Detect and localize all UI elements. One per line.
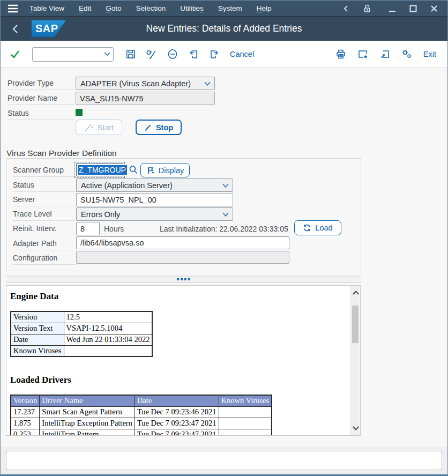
title-bar: SAP New Entries: Details of Added Entrie… (1, 17, 447, 41)
provider-name-field[interactable]: VSA_SU15-NW75 (76, 92, 215, 105)
engine-data-title: Engine Data (10, 291, 347, 302)
section-title: Virus Scan Provider Definition (6, 148, 117, 158)
menu-bar: Table View Edit Goto Selection Utilities… (1, 1, 447, 17)
trace-level-select[interactable]: Errors Only (76, 207, 233, 221)
cancel-button[interactable]: Cancel (228, 50, 256, 58)
server-label: Server (13, 193, 76, 206)
refresh-icon (303, 224, 311, 232)
enter-check-icon[interactable] (8, 47, 22, 61)
application-toolbar: Cancel Exit (1, 41, 447, 68)
exit-button[interactable]: Exit (422, 50, 438, 58)
table-header-row: Version Driver Name Date Known Viruses (11, 395, 272, 406)
display-change-icon[interactable] (145, 47, 159, 61)
close-icon[interactable] (428, 3, 440, 14)
status-label: Status (8, 107, 74, 120)
status-bar (1, 447, 447, 474)
vertical-scrollbar[interactable] (350, 286, 360, 435)
menu-help[interactable]: Help (257, 4, 272, 12)
table-row: Version12.5 (11, 311, 152, 323)
table-row: 17.237Smart Scan Agent PatternTue Dec 7 … (11, 406, 272, 418)
sap-gui-window: Table View Edit Goto Selection Utilities… (0, 0, 448, 476)
back-chevron-icon[interactable] (9, 23, 22, 35)
trace-level-label: Trace Level (13, 207, 76, 221)
shortcut-icon[interactable] (378, 47, 392, 61)
table-row: 1.875IntelliTrap Exception PatternTue De… (11, 418, 272, 429)
print-icon[interactable] (334, 47, 348, 61)
engine-data-table: Version12.5 Version TextVSAPI-12.5.1004 … (10, 311, 153, 357)
hamburger-menu-icon[interactable] (6, 3, 20, 14)
scrollbar-up-icon[interactable] (351, 287, 360, 298)
scanner-group-label: Scanner Group (13, 163, 76, 177)
loaded-drivers-table: Version Driver Name Date Known Viruses 1… (10, 395, 272, 436)
status-green-indicator (76, 109, 83, 116)
table-row: Known Viruses (11, 345, 152, 356)
stop-pencil-icon (144, 123, 152, 131)
provider-name-label: Provider Name (8, 92, 74, 105)
back-page-icon[interactable] (186, 47, 200, 61)
minimize-icon[interactable] (386, 3, 398, 14)
main-content: Provider Type ADAPTER (Virus Scan Adapte… (1, 68, 447, 447)
collapse-chevron-icon[interactable] (340, 3, 352, 14)
configuration-label: Configuration (13, 251, 76, 265)
table-row: DateWed Jun 22 01:33:04 2022 (11, 334, 152, 345)
definition-groupbox: Scanner Group Z_TMGROUP Display Status A… (6, 158, 361, 271)
reinit-unit-label: Hours (104, 222, 124, 235)
session-lock-icon[interactable] (361, 3, 373, 14)
start-wand-icon (84, 123, 94, 132)
start-button[interactable]: Start (76, 120, 122, 135)
maximize-icon[interactable] (407, 3, 419, 14)
exit-page-icon[interactable] (207, 47, 221, 61)
scrollbar-down-icon[interactable] (351, 423, 360, 434)
chevron-down-icon (204, 80, 211, 87)
table-row: 0.253IntelliTrap PatternTue Dec 7 09:23:… (11, 429, 272, 436)
search-help-icon[interactable] (128, 164, 139, 176)
menu-selection[interactable]: Selection (136, 4, 166, 12)
splitter-handle[interactable] (6, 276, 361, 283)
table-row: Version TextVSAPI-12.5.1004 (11, 323, 152, 334)
scanner-group-field[interactable]: Z_TMGROUP (76, 163, 123, 176)
menu-items: Table View Edit Goto Selection Utilities… (29, 4, 271, 12)
new-session-icon[interactable] (356, 47, 370, 61)
configuration-field[interactable] (76, 251, 289, 264)
chevron-down-icon (222, 211, 229, 218)
reinit-interval-field[interactable]: 8 (76, 222, 100, 235)
scrollbar-thumb[interactable] (352, 306, 359, 343)
page-title: New Entries: Details of Added Entries (1, 23, 447, 34)
command-input[interactable] (33, 48, 101, 61)
command-chevron-down-icon[interactable] (101, 52, 113, 56)
menu-system[interactable]: System (218, 4, 242, 12)
minus-circle-icon[interactable] (166, 47, 180, 61)
definition-status-label: Status (13, 178, 76, 192)
reinit-interval-label: Reinit. Interv. (13, 222, 76, 235)
sap-logo: SAP (32, 20, 66, 37)
menu-goto[interactable]: Goto (106, 4, 121, 12)
load-button[interactable]: Load (294, 220, 341, 235)
menu-utilities[interactable]: Utilities (180, 4, 204, 12)
provider-type-label: Provider Type (8, 77, 74, 90)
adapter-path-label: Adapter Path (13, 237, 76, 250)
display-object-icon (146, 166, 155, 175)
menu-table-view[interactable]: Table View (29, 4, 64, 12)
loaded-drivers-title: Loaded Drivers (10, 375, 347, 385)
engine-info-panel: Engine Data Version12.5 Version TextVSAP… (6, 285, 361, 436)
definition-status-select[interactable]: Active (Application Server) (76, 178, 233, 192)
stop-button[interactable]: Stop (136, 120, 182, 135)
provider-type-select[interactable]: ADAPTER (Virus Scan Adapter) (76, 77, 215, 90)
settings-gears-icon[interactable] (400, 47, 414, 61)
adapter-path-field[interactable]: /lib64/libsapvsa.so (76, 236, 289, 249)
menu-edit[interactable]: Edit (79, 4, 91, 12)
display-button[interactable]: Display (140, 163, 190, 177)
command-field (32, 47, 114, 62)
statusbar-message-field (6, 451, 442, 470)
server-field[interactable]: SU15-NW75_NPL_00 (76, 193, 233, 206)
save-icon[interactable] (124, 47, 138, 61)
chevron-down-icon (222, 182, 229, 189)
last-initialization-text: Last Initialization: 22.06.2022 03:33:05 (160, 222, 288, 235)
